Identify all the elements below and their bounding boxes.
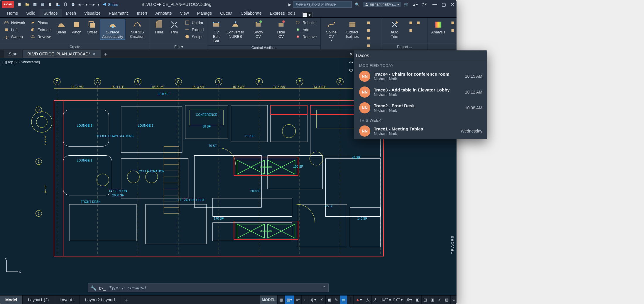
status-3dosnap-icon[interactable]: ▣	[325, 295, 333, 304]
cmd-history-icon[interactable]: ⌃	[322, 285, 326, 291]
status-scale[interactable]: 1/8" = 1'-0" ▾	[379, 295, 405, 304]
qat-save-icon[interactable]	[32, 1, 38, 8]
layout-tab-layout1[interactable]: Layout1	[54, 295, 80, 304]
search-input[interactable]: Type a keyword or phrase	[293, 1, 352, 8]
app-switch-toggle[interactable]: ▾	[302, 12, 312, 17]
file-tab[interactable]: Start	[4, 50, 22, 58]
ribbon-revolve-button[interactable]: Revolve	[29, 33, 53, 40]
qat-print-icon[interactable]	[70, 1, 76, 8]
menu-tab-surface[interactable]: Surface	[40, 9, 62, 17]
traces-pin-icon[interactable]: ⇔	[349, 60, 353, 65]
ribbon-mini-fit-icon[interactable]	[365, 27, 372, 34]
menu-tab-visualize[interactable]: Visualize	[80, 9, 105, 17]
ribbon-surface-button[interactable]: SurfaceAssociativity	[100, 19, 125, 40]
close-button[interactable]: ✕	[448, 1, 457, 7]
menu-tab-insert[interactable]: Insert	[133, 9, 151, 17]
ribbon-mini-clamp-icon[interactable]	[365, 42, 372, 49]
ribbon-mini-p2-icon[interactable]	[415, 19, 422, 26]
ribbon-untrim-button[interactable]: Untrim	[183, 19, 205, 26]
status-i4-icon[interactable]: ✔	[436, 295, 443, 304]
new-tab-button[interactable]: ＋	[101, 50, 109, 58]
layout-tab-layout1-2-[interactable]: Layout1 (2)	[23, 295, 54, 304]
menu-tab-express-tools[interactable]: Express Tools	[266, 9, 300, 17]
status-i3-icon[interactable]: ▣	[429, 295, 436, 304]
qat-undo-icon[interactable]: ◄─	[77, 1, 84, 8]
menu-tab-annotate[interactable]: Annotate	[151, 9, 176, 17]
ribbon-sweep-button[interactable]: Sweep	[2, 33, 26, 40]
ribbon-spline-cv-button[interactable]: Spline CV▼	[322, 19, 340, 43]
menu-tab-mesh[interactable]: Mesh	[62, 9, 80, 17]
status-lwt-icon[interactable]: ▭	[340, 295, 347, 304]
ribbon-sculpt-button[interactable]: Sculpt	[183, 33, 205, 40]
traces-side-tab[interactable]: TRACES	[450, 235, 455, 254]
traces-settings-icon[interactable]: ⚙	[349, 67, 353, 73]
qat-open-icon[interactable]	[24, 1, 31, 8]
ribbon-hide-button[interactable]: HideCV	[270, 19, 292, 40]
ribbon-mini-p3-icon[interactable]	[407, 27, 414, 34]
ribbon-network-button[interactable]: Network	[2, 19, 26, 26]
traces-close-icon[interactable]: ✕	[349, 52, 353, 57]
minimize-button[interactable]: —	[431, 1, 439, 7]
ribbon-mini-a3-icon[interactable]	[449, 27, 456, 34]
ribbon-planar-button[interactable]: Planar	[29, 19, 53, 26]
qat-saveall-icon[interactable]	[39, 1, 46, 8]
menu-tab-collaborate[interactable]: Collaborate	[236, 9, 266, 17]
ucs-icon[interactable]: X Y	[4, 257, 21, 275]
ribbon-loft-button[interactable]: Loft	[2, 26, 26, 33]
ribbon-cv-edit-bar-button[interactable]: CV Edit Bar	[209, 19, 223, 44]
qat-redo-icon[interactable]: ─►	[89, 1, 96, 8]
command-line[interactable]: 🔧 ▷_ Type a command ⌃	[88, 283, 329, 292]
qat-redo-drop-icon[interactable]: ▾	[97, 1, 100, 8]
qat-export-icon[interactable]	[47, 1, 53, 8]
ribbon-extrude-button[interactable]: Extrude	[29, 26, 53, 33]
ribbon-mini-p1-icon[interactable]	[407, 19, 414, 26]
ribbon-mini-knot-icon[interactable]	[365, 19, 372, 26]
status-polar-icon[interactable]: ◎▾	[309, 295, 318, 304]
file-tab[interactable]: BLVD OFFICE_PLAN-AUTOCAD*✕	[23, 50, 101, 58]
user-menu[interactable]: nishant.naikVY...▾	[363, 2, 401, 7]
play-icon[interactable]: ▶	[288, 2, 291, 7]
status-gear-icon[interactable]: ⚙▾	[405, 295, 414, 304]
ribbon-extend-button[interactable]: Extend	[183, 26, 205, 33]
status-anno2-icon[interactable]: 人	[371, 295, 379, 304]
autodesk-icon[interactable]: ▲▾	[412, 1, 418, 8]
search-icon[interactable]: 🔍	[354, 1, 361, 8]
viewport-label[interactable]: [−][Top][2D Wireframe]	[2, 60, 40, 64]
qat-new-icon[interactable]	[16, 1, 23, 8]
trace-item[interactable]: NNTrace1 - Meeting TablesNishant NaikWed…	[354, 123, 487, 139]
status-snap-icon[interactable]: ⌗▾	[294, 295, 301, 304]
menu-tab-manage[interactable]: Manage	[193, 9, 216, 17]
app-logo[interactable]: A CAD	[2, 1, 14, 8]
layout-tab-model[interactable]: Model	[0, 295, 23, 304]
trace-item[interactable]: NNTrace2 - Front DeskNishant Naik10:08 A…	[354, 100, 487, 116]
qat-mobile-icon[interactable]	[62, 1, 69, 8]
qat-undo-drop-icon[interactable]: ▾	[85, 1, 88, 8]
status-ortho-icon[interactable]: ∟	[301, 295, 309, 304]
ribbon-show-button[interactable]: ShowCV	[247, 19, 269, 40]
add-layout-button[interactable]: ＋	[121, 296, 131, 303]
ribbon-nurbs-button[interactable]: NURBSCreation	[126, 19, 148, 40]
ribbon-fillet-button[interactable]: Fillet	[152, 19, 166, 35]
qat-plot-icon[interactable]	[55, 1, 61, 8]
status-grid-drop-icon[interactable]: ▦▾	[285, 295, 294, 304]
status-osnap-icon[interactable]: ∠	[318, 295, 325, 304]
ribbon-analysis-button[interactable]: Analysis	[429, 19, 447, 35]
status-dyn-icon[interactable]: ✎	[333, 295, 340, 304]
status-menu-icon[interactable]: ≡	[450, 295, 457, 304]
menu-tab-output[interactable]: Output	[216, 9, 236, 17]
menu-tab-solid[interactable]: Solid	[22, 9, 39, 17]
status-i5-icon[interactable]: ▤	[443, 295, 450, 304]
menu-tab-home[interactable]: Home	[3, 9, 22, 17]
maximize-button[interactable]: ▢	[440, 1, 448, 7]
status-i2-icon[interactable]: ◫	[421, 295, 429, 304]
status-i1-icon[interactable]: ◧	[414, 295, 421, 304]
status-ws-icon[interactable]: 🔺▾	[353, 295, 364, 304]
ribbon-mini-a1-icon[interactable]	[449, 19, 456, 26]
status-anno-icon[interactable]: 人	[364, 295, 371, 304]
ribbon-auto-button[interactable]: AutoTrim	[384, 19, 405, 40]
cart-icon[interactable]: 🛒	[403, 1, 410, 8]
ribbon-patch-button[interactable]: Patch	[70, 19, 84, 35]
ribbon-mini-cv-icon[interactable]	[365, 35, 372, 42]
ribbon-extract-button[interactable]: ExtractIsolines	[342, 19, 363, 40]
ribbon-offset-button[interactable]: Offset	[85, 19, 99, 35]
